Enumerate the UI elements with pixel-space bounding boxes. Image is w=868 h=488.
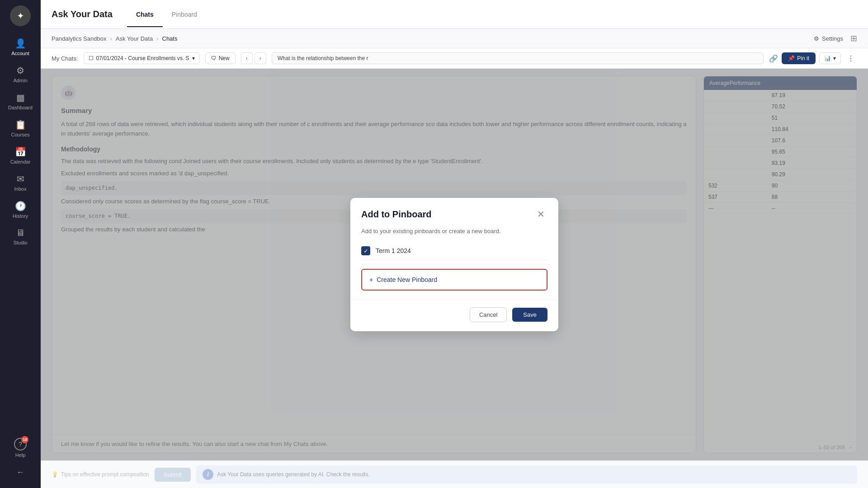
sidebar-item-label: Studio [13, 240, 27, 245]
create-new-label: Create New Pinboard [377, 276, 437, 283]
breadcrumb-askyourdata[interactable]: Ask Your Data [116, 35, 153, 42]
pin-label: Pin it [797, 55, 809, 61]
prev-arrow[interactable]: ‹ [241, 52, 253, 64]
settings-label: Settings [822, 35, 843, 42]
pin-button[interactable]: 📌 Pin it [782, 52, 816, 64]
breadcrumb-bar: Pandalytics Sandbox › Ask Your Data › Ch… [41, 29, 868, 48]
breadcrumb-actions: ⚙ Settings ⊞ [814, 33, 857, 43]
breadcrumb-pandalytics[interactable]: Pandalytics Sandbox [52, 35, 106, 42]
modal-footer: Cancel Save [350, 300, 558, 331]
sidebar-item-label: Inbox [14, 186, 27, 192]
info-text: Ask Your Data uses queries generated by … [217, 471, 370, 478]
toolbar-actions: 🔗 📌 Pin it 📊 ▾ ⋮ [769, 52, 857, 65]
sidebar-item-courses[interactable]: 📋 Courses [0, 115, 41, 142]
main-content: Ask Your Data Chats Pinboard Pandalytics… [41, 0, 868, 488]
logo-icon: ✦ [17, 10, 24, 21]
sidebar-item-admin[interactable]: ⚙ Admin [0, 61, 41, 88]
sidebar-item-studio[interactable]: 🖥 Studio [0, 223, 41, 250]
dashboard-icon: ▦ [16, 92, 25, 103]
sidebar: ✦ 👤 Account ⚙ Admin ▦ Dashboard 📋 Course… [0, 0, 41, 488]
chat-selector-name: 07/01/2024 - Course Enrollments vs. S [96, 55, 189, 61]
sidebar-item-account[interactable]: 👤 Account [0, 33, 41, 61]
nav-arrows: ‹ › [241, 52, 266, 64]
submit-button[interactable]: Submit [155, 468, 191, 482]
page-title: Ask Your Data [52, 9, 113, 19]
breadcrumb: Pandalytics Sandbox › Ask Your Data › Ch… [52, 35, 177, 42]
chevron-down-icon: ▾ [833, 55, 836, 61]
next-arrow[interactable]: › [255, 52, 266, 64]
help-icon: ? 10 [14, 438, 27, 450]
new-chat-button[interactable]: 🗨 New [205, 52, 236, 64]
pinboard-name: Term 1 2024 [376, 247, 411, 254]
modal-overlay: Add to Pinboard ✕ Add to your existing p… [41, 69, 868, 460]
account-icon: 👤 [15, 38, 26, 49]
lightbulb-icon: 💡 [52, 471, 58, 478]
chat-selector[interactable]: ☐ 07/01/2024 - Course Enrollments vs. S … [84, 52, 200, 64]
modal-header: Add to Pinboard ✕ [350, 198, 558, 228]
modal-title: Add to Pinboard [361, 209, 432, 220]
tips-link[interactable]: 💡 Tips on effective prompt composition [52, 471, 149, 478]
calendar-icon: 📅 [15, 146, 26, 157]
settings-button[interactable]: ⚙ Settings [814, 35, 843, 42]
history-icon: 🕐 [15, 201, 26, 211]
studio-icon: 🖥 [16, 228, 25, 238]
sidebar-item-history[interactable]: 🕐 History [0, 196, 41, 223]
sidebar-item-help[interactable]: ? 10 Help [0, 433, 41, 462]
sidebar-item-dashboard[interactable]: ▦ Dashboard [0, 88, 41, 115]
chat-toolbar: My Chats: ☐ 07/01/2024 - Course Enrollme… [41, 48, 868, 69]
chat-selector-icon: ☐ [89, 55, 94, 61]
sidebar-item-calendar[interactable]: 📅 Calendar [0, 142, 41, 169]
sidebar-item-label: Courses [11, 132, 30, 137]
pinboard-option-term1[interactable]: ✓ Term 1 2024 [361, 242, 547, 260]
sidebar-bottom: ? 10 Help ← [0, 433, 41, 483]
my-chats-label: My Chats: [52, 55, 78, 62]
tab-chats[interactable]: Chats [127, 2, 163, 27]
bottom-bar: 💡 Tips on effective prompt composition S… [41, 460, 868, 488]
sidebar-item-label: Admin [13, 78, 27, 83]
collapse-icon: ← [16, 468, 24, 477]
info-icon: i [203, 469, 213, 480]
admin-icon: ⚙ [16, 65, 24, 76]
save-button[interactable]: Save [512, 308, 547, 322]
chat-question-preview: What is the relationship between the r [272, 52, 764, 64]
sidebar-collapse-button[interactable]: ← [11, 462, 30, 483]
chevron-down-icon: ▾ [192, 55, 195, 61]
cancel-button[interactable]: Cancel [470, 307, 507, 322]
modal-close-button[interactable]: ✕ [534, 208, 547, 221]
app-logo[interactable]: ✦ [10, 5, 31, 26]
sidebar-item-label: Calendar [10, 159, 31, 164]
settings-icon: ⚙ [814, 35, 819, 42]
link-icon[interactable]: 🔗 [769, 54, 778, 63]
pinboard-checkbox[interactable]: ✓ [361, 246, 370, 255]
chart-button[interactable]: 📊 ▾ [819, 52, 841, 64]
chart-icon: 📊 [824, 55, 831, 61]
plus-icon: + [369, 276, 373, 283]
sidebar-item-inbox[interactable]: ✉ Inbox [0, 169, 41, 196]
more-options-button[interactable]: ⋮ [844, 52, 857, 65]
add-to-pinboard-modal: Add to Pinboard ✕ Add to your existing p… [350, 198, 558, 331]
new-chat-label: New [219, 55, 230, 61]
sidebar-item-label: Dashboard [8, 105, 33, 110]
sidebar-item-label: Help [15, 452, 26, 458]
content-area: 🤖 Summary A total of 268 rows of data we… [41, 69, 868, 460]
new-chat-icon: 🗨 [211, 55, 217, 61]
grid-view-button[interactable]: ⊞ [850, 33, 857, 43]
pin-icon: 📌 [788, 55, 795, 61]
sidebar-item-label: Account [11, 51, 29, 56]
breadcrumb-chats: Chats [162, 35, 178, 42]
info-banner: i Ask Your Data uses queries generated b… [196, 465, 857, 483]
inbox-icon: ✉ [17, 174, 24, 184]
help-badge-count: 10 [21, 436, 28, 443]
sidebar-item-label: History [13, 213, 28, 219]
modal-body: Add to your existing pinboards or create… [350, 228, 558, 300]
topbar: Ask Your Data Chats Pinboard [41, 0, 868, 29]
tips-label: Tips on effective prompt composition [61, 471, 149, 478]
modal-subtitle: Add to your existing pinboards or create… [361, 228, 547, 235]
create-new-pinboard-button[interactable]: + Create New Pinboard [361, 269, 547, 291]
courses-icon: 📋 [15, 119, 26, 130]
tab-pinboard[interactable]: Pinboard [163, 2, 206, 27]
topbar-tabs: Chats Pinboard [127, 2, 206, 27]
